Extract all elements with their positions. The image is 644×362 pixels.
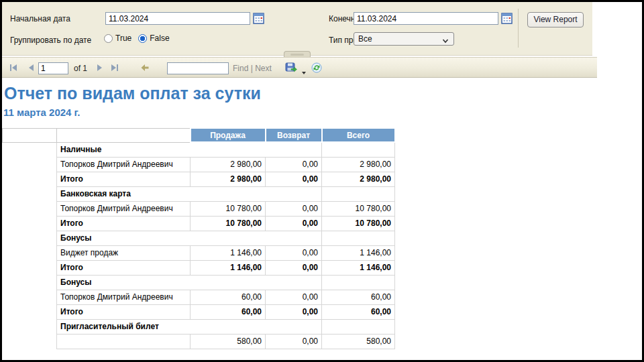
group-name-cell: Бонусы <box>57 231 322 245</box>
total-value-cell: 2 980,00 <box>322 172 395 186</box>
row-margin-cell <box>3 186 57 201</box>
total-row: Итого10 780,000,0010 780,00 <box>3 216 395 231</box>
group-name-cell: Пригласительный билет <box>57 319 322 334</box>
table-header-row: Продажа Возврат Всего <box>3 128 395 142</box>
start-date-input[interactable] <box>105 12 250 25</box>
group-total-cell <box>322 231 395 245</box>
header-name-cell <box>57 128 191 142</box>
rental-type-value: Все <box>358 34 372 44</box>
row-name-cell: Итого <box>57 216 191 231</box>
group-total-cell <box>322 186 395 201</box>
row-margin-cell <box>3 142 57 157</box>
row-margin-cell <box>3 260 57 275</box>
group-name-cell: Банковская карта <box>57 186 322 201</box>
previous-page-icon[interactable] <box>26 62 37 73</box>
refund-value-cell: 0,00 <box>266 245 322 260</box>
back-to-parent-icon[interactable] <box>140 62 150 73</box>
group-name-cell: Наличные <box>57 142 322 157</box>
total-value-cell: 60,00 <box>322 304 395 319</box>
refund-value-cell: 0,00 <box>266 172 322 186</box>
detail-row: Топорков Дмитрий Андреевич10 780,000,001… <box>3 201 395 216</box>
group-row: Бонусы <box>3 275 395 290</box>
row-margin-cell <box>3 216 57 231</box>
total-value-cell: 1 146,00 <box>322 245 395 260</box>
group-row: Пригласительный билет <box>3 319 395 334</box>
export-icon[interactable] <box>285 62 297 73</box>
end-date-input[interactable] <box>354 12 498 25</box>
group-total-cell <box>322 142 395 157</box>
refund-value-cell: 0,00 <box>266 216 322 231</box>
export-dropdown-caret-icon[interactable] <box>301 66 307 76</box>
sale-value-cell: 2 980,00 <box>191 157 266 172</box>
last-page-icon[interactable] <box>109 62 120 73</box>
detail-row: Виджет продаж1 146,000,001 146,00 <box>3 245 395 260</box>
payments-table: Продажа Возврат Всего НаличныеТопорков Д… <box>2 127 396 349</box>
group-name-cell: Бонусы <box>57 275 322 290</box>
find-next-separator: | <box>251 64 253 73</box>
next-link[interactable]: Next <box>255 64 272 73</box>
refund-value-cell: 0,00 <box>266 157 322 172</box>
total-value-cell: 1 146,00 <box>322 260 395 275</box>
group-row: Банковская карта <box>3 186 395 201</box>
row-name-cell <box>57 334 191 349</box>
start-date-calendar-icon[interactable] <box>253 13 264 24</box>
radio-true[interactable]: True <box>104 34 131 43</box>
refresh-icon[interactable] <box>311 62 322 73</box>
sale-value-cell: 580,00 <box>191 334 266 349</box>
find-link[interactable]: Find <box>233 64 248 73</box>
page-number-input[interactable] <box>38 62 68 74</box>
total-row: Итого60,000,0060,00 <box>3 304 395 319</box>
group-total-cell <box>322 275 395 290</box>
row-margin-cell <box>3 290 57 304</box>
detail-row: 580,000,00580,00 <box>3 334 395 349</box>
total-value-cell: 10 780,00 <box>322 216 395 231</box>
total-row: Итого2 980,000,002 980,00 <box>3 172 395 186</box>
row-margin-cell <box>3 334 57 349</box>
row-name-cell: Итого <box>57 172 191 186</box>
dropdown-caret-icon <box>442 36 449 48</box>
header-margin-cell <box>3 128 57 142</box>
row-margin-cell <box>3 157 57 172</box>
group-by-date-radio-group: True False <box>104 34 170 43</box>
first-page-icon[interactable] <box>8 62 19 73</box>
row-name-cell: Топорков Дмитрий Андреевич <box>57 290 191 304</box>
radio-false-circle-icon <box>138 34 147 43</box>
refund-value-cell: 0,00 <box>266 201 322 216</box>
sale-value-cell: 1 146,00 <box>191 260 266 275</box>
row-name-cell: Топорков Дмитрий Андреевич <box>57 201 191 216</box>
radio-true-label: True <box>115 34 131 43</box>
header-refund: Возврат <box>266 128 322 142</box>
total-value-cell: 2 980,00 <box>322 157 395 172</box>
find-next-links: Find | Next <box>233 64 272 73</box>
row-name-cell: Топорков Дмитрий Андреевич <box>57 157 191 172</box>
sale-value-cell: 1 146,00 <box>191 245 266 260</box>
end-date-calendar-icon[interactable] <box>501 13 513 24</box>
refund-value-cell: 0,00 <box>266 304 322 319</box>
sale-value-cell: 60,00 <box>191 290 266 304</box>
radio-false[interactable]: False <box>138 34 169 43</box>
sale-value-cell: 60,00 <box>191 304 266 319</box>
view-report-button[interactable]: View Report <box>527 12 584 27</box>
rental-type-dropdown[interactable]: Все <box>354 32 454 46</box>
total-row: Итого1 146,000,001 146,00 <box>3 260 395 275</box>
refund-value-cell: 0,00 <box>266 334 322 349</box>
row-margin-cell <box>3 231 57 245</box>
total-value-cell: 60,00 <box>322 290 395 304</box>
row-margin-cell <box>3 275 57 290</box>
row-name-cell: Виджет продаж <box>57 245 191 260</box>
row-margin-cell <box>3 319 57 334</box>
radio-false-label: False <box>150 34 169 43</box>
start-date-label: Начальная дата <box>10 14 70 23</box>
row-margin-cell <box>3 201 57 216</box>
parameters-collapse-handle[interactable] <box>284 51 311 57</box>
group-row: Наличные <box>3 142 395 157</box>
page-count-label: of 1 <box>74 64 87 73</box>
next-page-icon[interactable] <box>94 62 105 73</box>
app-window: Начальная дата Конечная дата View Report… <box>0 0 644 362</box>
find-text-input[interactable] <box>167 62 229 74</box>
radio-true-circle-icon <box>104 34 113 43</box>
total-value-cell: 580,00 <box>322 334 395 349</box>
refund-value-cell: 0,00 <box>266 260 322 275</box>
report-date-subtitle: 11 марта 2024 г. <box>3 107 80 118</box>
row-margin-cell <box>3 304 57 319</box>
